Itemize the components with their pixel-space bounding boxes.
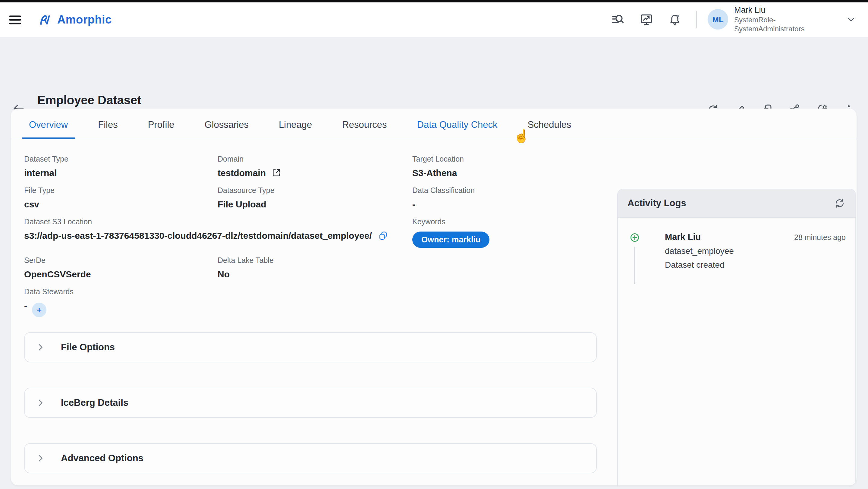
avatar[interactable]: ML (708, 9, 728, 30)
chevron-right-icon (36, 453, 45, 463)
activity-log-entry[interactable]: Mark Liu 28 minutes ago dataset_employee… (665, 232, 846, 270)
field-value: File Upload (218, 199, 412, 209)
app-window: Amorphic (0, 0, 868, 489)
tab-glossaries[interactable]: Glossaries (205, 119, 249, 139)
field-datasource-type: Datasource Type File Upload (218, 186, 412, 209)
hamburger-menu-icon[interactable] (8, 12, 22, 27)
field-label: Domain (218, 155, 412, 163)
user-info[interactable]: Mark Liu SystemRole-SystemAdministrators (734, 5, 826, 34)
field-data-stewards: Data Stewards - + (24, 287, 218, 317)
global-search-icon[interactable] (611, 13, 625, 27)
accordion-file-options[interactable]: File Options (24, 332, 597, 362)
add-steward-button[interactable]: + (32, 303, 46, 317)
activity-logs-body: Mark Liu 28 minutes ago dataset_employee… (618, 218, 855, 270)
tab-files[interactable]: Files (98, 119, 118, 139)
timeline-line (634, 247, 635, 284)
field-label: Keywords (412, 218, 597, 226)
field-domain: Domain testdomain (218, 155, 412, 178)
dashboard-monitor-icon[interactable] (640, 13, 653, 27)
field-label: Dataset S3 Location (24, 218, 412, 226)
overview-fields: Dataset Type internal Domain testdomain (24, 155, 597, 317)
header-right-cluster: ML Mark Liu SystemRole-SystemAdministrat… (597, 5, 856, 34)
tab-schedules[interactable]: Schedules (528, 119, 571, 139)
field-label: Delta Lake Table (218, 256, 412, 265)
activity-user: Mark Liu (665, 232, 701, 242)
accordion-advanced-options[interactable]: Advanced Options (24, 443, 597, 473)
tab-profile[interactable]: Profile (148, 119, 175, 139)
field-serde: SerDe OpenCSVSerde (24, 256, 218, 279)
chevron-down-icon[interactable] (846, 15, 856, 24)
page-title: Employee Dataset (37, 93, 141, 107)
tab-resources[interactable]: Resources (342, 119, 387, 139)
field-delta-lake-table: Delta Lake Table No (218, 256, 412, 279)
activity-action: Dataset created (665, 260, 846, 270)
notifications-bell-icon[interactable] (668, 13, 682, 27)
field-s3-location: Dataset S3 Location s3://adp-us-east-1-7… (24, 218, 412, 248)
s3-location-value: s3://adp-us-east-1-783764581330-cloudd46… (24, 230, 372, 241)
page-header: Employee Dataset Created By Mark Liu 23 … (0, 37, 868, 109)
chevron-right-icon (36, 398, 45, 407)
field-label: Target Location (412, 155, 597, 163)
activity-dataset-name: dataset_employee (665, 246, 846, 256)
tab-overview[interactable]: Overview (29, 119, 68, 139)
amorphic-logo[interactable]: Amorphic (39, 12, 112, 27)
field-value: - (412, 199, 597, 209)
field-value: csv (24, 199, 218, 209)
field-label: SerDe (24, 256, 218, 265)
keyword-badge[interactable]: Owner: markliu (412, 232, 490, 248)
field-value: No (218, 269, 412, 279)
field-dataset-type: Dataset Type internal (24, 155, 218, 178)
field-value: internal (24, 167, 218, 178)
amorphic-logo-text: Amorphic (57, 13, 112, 26)
field-value: - (24, 300, 27, 310)
activity-logs-header: Activity Logs (618, 189, 855, 218)
field-label: File Type (24, 186, 218, 195)
tab-bar: Overview Files Profile Glossaries Lineag… (11, 109, 857, 139)
field-data-classification: Data Classification - (412, 186, 597, 209)
user-role: SystemRole-SystemAdministrators (734, 16, 826, 34)
field-label: Data Stewards (24, 287, 218, 296)
window-top-edge (0, 0, 868, 2)
tab-lineage[interactable]: Lineage (279, 119, 312, 139)
dataset-detail-card: Overview Files Profile Glossaries Lineag… (11, 109, 857, 485)
field-file-type: File Type csv (24, 186, 218, 209)
field-keywords: Keywords Owner: markliu (412, 218, 597, 248)
activity-time: 28 minutes ago (794, 233, 846, 242)
accordion-list: File Options IceBerg Details Advanced Op… (24, 332, 597, 473)
activity-refresh-icon[interactable] (834, 197, 846, 209)
avatar-initials: ML (712, 15, 724, 24)
user-name: Mark Liu (734, 5, 826, 16)
created-plus-icon (629, 232, 640, 243)
overview-content: Dataset Type internal Domain testdomain (11, 139, 857, 473)
activity-logs-title: Activity Logs (627, 198, 686, 209)
tab-data-quality-check[interactable]: Data Quality Check (417, 119, 498, 139)
amorphic-logo-icon (39, 12, 54, 27)
field-value: S3-Athena (412, 167, 597, 178)
spacer-cell (412, 256, 597, 279)
accordion-title: IceBerg Details (61, 397, 128, 408)
field-label: Datasource Type (218, 186, 412, 195)
field-label: Dataset Type (24, 155, 218, 163)
accordion-iceberg-details[interactable]: IceBerg Details (24, 388, 597, 418)
activity-logs-panel: Activity Logs (617, 189, 856, 485)
accordion-title: File Options (61, 342, 115, 353)
header-divider (696, 11, 697, 28)
field-target-location: Target Location S3-Athena (412, 155, 597, 178)
copy-icon[interactable] (378, 230, 388, 241)
field-label: Data Classification (412, 186, 597, 195)
app-header: Amorphic (0, 2, 868, 37)
chevron-right-icon (36, 342, 45, 352)
accordion-title: Advanced Options (61, 453, 144, 464)
field-value: testdomain (218, 167, 266, 178)
field-value: OpenCSVSerde (24, 269, 218, 279)
external-link-icon[interactable] (271, 167, 281, 178)
